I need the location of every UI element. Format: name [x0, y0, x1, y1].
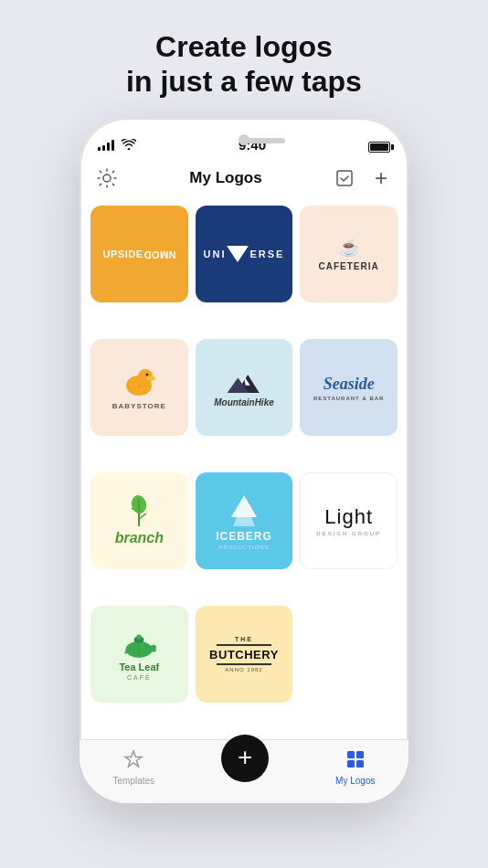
mountain-label: MountainHike — [214, 397, 274, 408]
svg-marker-15 — [233, 517, 255, 526]
signal-bar-2 — [102, 145, 105, 151]
universe-text: UNI ERSE — [204, 246, 285, 262]
checkmark-square-icon[interactable] — [332, 165, 357, 191]
upsidedown-text: UPSIDENMOD — [103, 249, 176, 260]
branch-leaf-icon — [122, 495, 155, 528]
headline-line1: Create logos — [155, 30, 333, 63]
battery-fill — [370, 143, 388, 151]
tealeaf-content: Tea Leaf CAFÉ — [119, 628, 159, 681]
star-icon — [123, 749, 143, 773]
coffee-icon: ☕ — [339, 238, 359, 258]
mountain-content: MountainHike — [214, 368, 274, 408]
iceberg-content: ICEBERG PRODUCTIONS — [216, 492, 272, 550]
iceberg-icon — [224, 492, 264, 528]
babystore-content: BABYSTORE — [112, 365, 166, 410]
light-content: Light DESIGN GROUP — [316, 505, 381, 536]
svg-rect-1 — [337, 171, 352, 185]
svg-point-0 — [103, 175, 111, 182]
logo-card-seaside[interactable]: Seaside RESTAURANT & BAR — [300, 339, 398, 437]
signal-bar-4 — [111, 140, 114, 151]
tealeaf-sublabel: CAFÉ — [127, 674, 152, 681]
logo-card-tealeaf[interactable]: Tea Leaf CAFÉ — [90, 606, 188, 704]
nav-bar: My Logos + — [80, 158, 408, 198]
butchery-content: THE BUTCHERY ANNO 1982 — [209, 636, 279, 672]
seaside-sublabel: RESTAURANT & BAR — [313, 396, 385, 401]
tealeaf-label: Tea Leaf — [119, 662, 159, 672]
mountain-icon — [221, 368, 267, 396]
butchery-label: BUTCHERY — [209, 648, 279, 662]
butchery-the: THE — [235, 636, 253, 642]
svg-line-11 — [139, 513, 146, 519]
seaside-label: Seaside — [324, 375, 375, 394]
my-logos-label: My Logos — [335, 776, 375, 786]
tab-my-logos[interactable]: My Logos — [335, 749, 375, 786]
svg-rect-23 — [347, 760, 355, 767]
branch-label: branch — [115, 530, 164, 546]
nav-actions: + — [332, 165, 394, 191]
logo-card-butchery[interactable]: THE BUTCHERY ANNO 1982 — [196, 606, 293, 704]
logo-card-cafeteria[interactable]: ☕ CAFETERIA — [300, 206, 398, 303]
iceberg-sublabel: PRODUCTIONS — [218, 545, 269, 550]
logo-card-mountainhike[interactable]: MountainHike — [196, 339, 293, 437]
svg-point-5 — [146, 373, 149, 376]
branch-content: branch — [115, 495, 164, 546]
light-sublabel: DESIGN GROUP — [316, 531, 381, 536]
phone-frame: 9:40 My Logos + — [80, 118, 408, 803]
duck-icon — [121, 365, 157, 398]
signal-bars — [98, 140, 114, 151]
headline-line2: in just a few taps — [126, 65, 362, 98]
iceberg-label: ICEBERG — [216, 530, 272, 543]
add-logo-button[interactable]: + — [221, 735, 269, 782]
svg-rect-19 — [137, 635, 142, 640]
butchery-line-bottom — [217, 663, 271, 665]
cafeteria-label: CAFETERIA — [319, 261, 379, 271]
add-icon[interactable]: + — [368, 165, 394, 191]
svg-rect-24 — [356, 760, 364, 767]
status-left — [98, 139, 136, 153]
phone-speaker — [239, 138, 285, 143]
logo-grid: UPSIDENMOD UNI ERSE ☕ CAFETERIA — [80, 198, 408, 739]
logo-card-iceberg[interactable]: ICEBERG PRODUCTIONS — [196, 472, 293, 570]
wifi-icon — [122, 139, 136, 153]
svg-point-4 — [146, 376, 155, 381]
svg-rect-22 — [356, 751, 364, 758]
logo-card-upsidedown[interactable]: UPSIDENMOD — [90, 206, 188, 303]
svg-marker-14 — [231, 495, 257, 517]
teapot-icon — [121, 628, 157, 660]
nav-title: My Logos — [189, 169, 261, 187]
butchery-line-top — [217, 644, 271, 646]
headline: Create logos in just a few taps — [90, 0, 398, 118]
butchery-sublabel: ANNO 1982 — [225, 667, 262, 672]
babystore-label: BABYSTORE — [112, 402, 166, 410]
signal-bar-1 — [98, 147, 101, 151]
cafeteria-content: ☕ CAFETERIA — [319, 238, 379, 271]
logo-card-light[interactable]: Light DESIGN GROUP — [300, 472, 398, 570]
logo-card-branch[interactable]: branch — [90, 472, 188, 570]
svg-rect-21 — [347, 751, 355, 758]
tab-bar: Templates + My Logos — [80, 739, 408, 803]
battery-icon — [368, 142, 390, 153]
templates-label: Templates — [113, 776, 155, 786]
logo-card-empty — [300, 606, 398, 704]
logo-card-babystore[interactable]: BABYSTORE — [90, 339, 188, 437]
seaside-content: Seaside RESTAURANT & BAR — [313, 375, 385, 401]
logo-card-universe[interactable]: UNI ERSE — [196, 206, 293, 303]
status-right — [368, 142, 390, 153]
settings-icon[interactable] — [94, 165, 120, 191]
add-button-icon: + — [238, 745, 252, 770]
light-label: Light — [324, 505, 373, 529]
signal-bar-3 — [107, 143, 110, 151]
tab-templates[interactable]: Templates — [113, 749, 155, 786]
grid-icon — [345, 749, 366, 773]
